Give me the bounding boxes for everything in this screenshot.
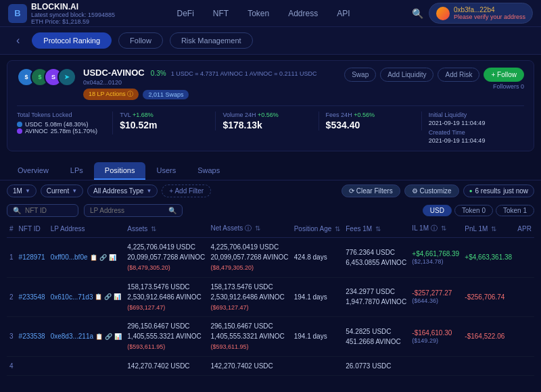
avinoc-label: AVINOC <box>25 128 48 134</box>
cell-nft-id[interactable]: #128971 <box>16 238 48 278</box>
search-icon[interactable]: 🔍 <box>412 8 423 19</box>
cell-lp-addr: 0xff00...bf0e 📋 🔗 📊 <box>48 238 125 278</box>
token-icons: $ $ S ➤ <box>17 68 76 87</box>
cell-fees: 54.2825 USDC 451.2668 AVINOC <box>343 317 409 357</box>
address-type-filter[interactable]: All Address Type ▼ <box>87 185 158 197</box>
cell-fees: 234.2977 USDC 1,947.7870 AVINOC <box>343 277 409 317</box>
add-risk-button[interactable]: Add Risk <box>438 68 479 82</box>
filter-row: 1M ▼ Current ▼ All Address Type ▼ + Add … <box>0 180 541 201</box>
tvl-label: TVL +1.68% <box>120 112 208 118</box>
chart-icon[interactable]: 📊 <box>114 293 121 300</box>
stat-initial-liquidity: Initial Liquidity 2021-09-19 11:04:49 Cr… <box>422 112 524 144</box>
cell-pnl: +$4,663,361.38 <box>462 238 515 278</box>
nav-token[interactable]: Token <box>245 7 272 20</box>
cell-net-assets: 158,173.5476 USDC 2,530,912.6486 AVINOC … <box>208 277 291 317</box>
cell-lp-addr: 0xe8d3...211a 📋 🔗 📊 <box>48 317 125 357</box>
cell-net-assets: 4,225,706.0419 USDC 20,099,057.7268 AVIN… <box>208 238 291 278</box>
back-arrow-icon[interactable]: ‹ <box>11 34 25 47</box>
link-icon[interactable]: 🔗 <box>105 333 112 340</box>
chart-icon[interactable]: 📊 <box>114 333 122 340</box>
search-row: 🔍 🔍 USD Token 0 Token 1 <box>0 201 541 220</box>
add-liquidity-button[interactable]: Add Liquidity <box>380 68 433 82</box>
subtab-overview[interactable]: Overview <box>7 162 60 180</box>
subtab-swaps[interactable]: Swaps <box>187 162 231 180</box>
swaps-badge[interactable]: 2,011 Swaps <box>143 90 189 99</box>
currency-tabs: USD Token 0 Token 1 <box>423 205 534 216</box>
results-badge: ● 6 results just now <box>463 185 534 197</box>
token-locked-list: USDC 5.08m (48.30%) AVINOC 25.78m (51.70… <box>17 121 105 134</box>
block-info: Latest synced block: 15994885 <box>31 11 115 18</box>
table-body: 1 #128971 0xff00...bf0e 📋 🔗 📊 4,225,706.… <box>7 238 534 376</box>
nav-address[interactable]: Address <box>285 7 321 20</box>
col-apr: APR <box>515 220 534 238</box>
subtab-users[interactable]: Users <box>145 162 187 180</box>
follow-button[interactable]: + Follow <box>484 68 524 82</box>
cell-il: -$164,610.30 ($149.29) <box>409 317 462 357</box>
customize-button[interactable]: ⚙ Customize <box>404 185 459 197</box>
cell-apr <box>515 277 534 317</box>
tab-risk-management[interactable]: Risk Management <box>170 32 253 49</box>
cell-num: 2 <box>7 277 16 317</box>
clear-filters-button[interactable]: ⟳ Clear Filters <box>342 185 400 197</box>
logo-icon: B <box>8 4 27 23</box>
wallet-avatar <box>436 7 450 20</box>
cell-assets: 142,270.7402 USDC <box>124 356 208 375</box>
cell-num: 4 <box>7 356 16 375</box>
lp-address-text[interactable]: 0xe8d3...211a <box>51 333 93 340</box>
lp-address-text[interactable]: 0xff00...bf0e <box>51 253 88 261</box>
currency-token0[interactable]: Token 0 <box>454 205 493 216</box>
link-icon[interactable]: 🔗 <box>104 293 112 300</box>
copy-icon[interactable]: 📋 <box>90 254 97 261</box>
cell-nft-id[interactable]: #233538 <box>16 317 48 357</box>
tab-protocol-ranking[interactable]: Protocol Ranking <box>32 32 112 49</box>
logo-area: B BLOCKIN.AI Latest synced block: 159948… <box>8 2 115 25</box>
tab-follow[interactable]: Follow <box>118 32 163 49</box>
created-label: Created Time <box>429 129 517 136</box>
subtab-positions[interactable]: Positions <box>94 162 146 180</box>
lp-actions-badge[interactable]: 18 LP Actions ⓘ <box>83 89 139 100</box>
nav-api[interactable]: API <box>334 7 352 20</box>
lp-search-box: 🔍 <box>84 204 183 217</box>
period-filter[interactable]: 1M ▼ <box>7 185 37 197</box>
tvl-change: +1.68% <box>133 112 154 118</box>
followers-count: Followers 0 <box>344 83 524 90</box>
avinoc-dot <box>17 128 22 134</box>
wallet-button[interactable]: 0xb3fa...22b4 Please verify your address <box>429 3 533 24</box>
lp-search-input[interactable] <box>90 207 164 214</box>
cell-fees: 776.2364 USDC 6,453.0855 AVINOC <box>343 238 409 278</box>
nav-defi[interactable]: DeFi <box>174 7 196 20</box>
chart-icon[interactable]: 📊 <box>109 254 116 261</box>
cell-nft-id[interactable]: #233548 <box>16 277 48 317</box>
cell-apr <box>515 356 534 375</box>
add-filter-button[interactable]: + Add Filter <box>162 185 211 197</box>
fees-change: +0.56% <box>354 112 375 118</box>
cell-il: +$4,661,768.39 ($2,134.78) <box>409 238 462 278</box>
refresh-time: just now <box>503 187 528 195</box>
wallet-address: 0xb3fa...22b4 <box>454 6 525 14</box>
protocol-address: 0x04a2...0120 <box>83 79 316 86</box>
col-position-age: Position Age ⇅ <box>291 220 344 238</box>
usdc-amount: 5.08m (48.30%) <box>45 121 89 128</box>
cell-nft-id[interactable] <box>16 356 48 375</box>
stat-total-locked: Total Tokens Locked USDC 5.08m (48.30%) … <box>17 112 113 134</box>
lp-badges: 18 LP Actions ⓘ 2,011 Swaps <box>83 89 316 100</box>
lp-address-text[interactable]: 0x610c...71d3 <box>51 293 93 301</box>
cell-net-assets: 296,150.6467 USDC 1,405,555.3321 AVINOC … <box>208 317 291 357</box>
stats-row: Total Tokens Locked USDC 5.08m (48.30%) … <box>17 105 524 144</box>
copy-icon[interactable]: 📋 <box>95 333 103 340</box>
nav-nft[interactable]: NFT <box>210 7 231 20</box>
protocol-pair-row: USDC-AVINOC 0.3% 1 USDC = 4.7371 AVINOC … <box>83 68 316 78</box>
link-icon[interactable]: 🔗 <box>99 254 107 261</box>
status-filter[interactable]: Current ▼ <box>41 185 83 197</box>
cell-fees: 26.0773 USDC <box>343 356 409 375</box>
protocol-card: $ $ S ➤ USDC-AVINOC 0.3% 1 USDC = 4.7371… <box>7 60 534 151</box>
currency-token1[interactable]: Token 1 <box>496 205 534 216</box>
swap-button[interactable]: Swap <box>344 68 376 82</box>
nft-search-input[interactable] <box>25 207 72 214</box>
wallet-warning: Please verify your address <box>454 14 525 20</box>
created-date: 2021-09-19 11:04:49 <box>429 137 517 144</box>
subtab-lps[interactable]: LPs <box>60 162 94 180</box>
copy-icon[interactable]: 📋 <box>95 293 102 300</box>
currency-usd[interactable]: USD <box>423 205 452 216</box>
cell-assets: 4,225,706.0419 USDC 20,099,057.7268 AVIN… <box>124 238 208 278</box>
